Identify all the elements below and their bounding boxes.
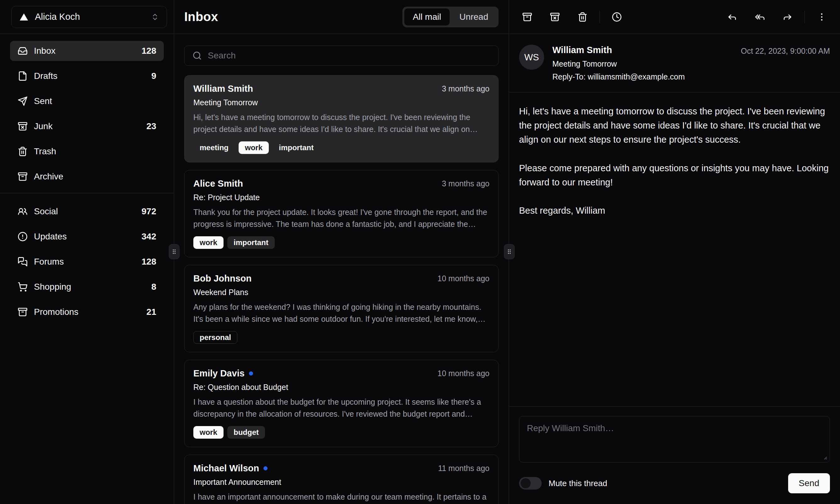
email-tag-badge[interactable]: work — [239, 141, 269, 154]
email-list-item[interactable]: Bob Johnson 10 months ago Weekend Plans … — [184, 265, 498, 352]
forward-button[interactable] — [778, 7, 797, 26]
account-name: Alicia Koch — [35, 12, 80, 22]
mail-filter-tabs: All mail Unread — [402, 6, 498, 27]
grip-dots-icon — [506, 248, 513, 255]
email-list-item[interactable]: William Smith 3 months ago Meeting Tomor… — [184, 75, 498, 162]
email-subject: Re: Project Update — [193, 193, 489, 202]
sidebar-item-shopping[interactable]: Shopping 8 — [10, 277, 164, 297]
toolbar-separator — [804, 11, 805, 23]
triangle-logo-icon — [19, 12, 29, 22]
tab-unread[interactable]: Unread — [451, 8, 497, 25]
email-subject: Re: Question about Budget — [193, 383, 489, 392]
page-title: Inbox — [184, 10, 218, 24]
archive-icon — [522, 12, 532, 22]
email-subject: Important Announcement — [193, 478, 489, 487]
search-icon — [192, 51, 202, 60]
detail-toolbar — [509, 0, 840, 34]
clock-icon — [612, 12, 622, 22]
reply-all-icon — [755, 12, 765, 22]
sidebar-item-archive[interactable]: Archive — [10, 166, 164, 187]
email-snippet: Any plans for the weekend? I was thinkin… — [193, 301, 489, 325]
email-tag-badge[interactable]: work — [193, 426, 224, 439]
reply-textarea[interactable] — [519, 416, 830, 463]
mail-subject: Meeting Tomorrow — [552, 59, 685, 69]
reply-section: Mute this thread Send — [509, 406, 840, 504]
sidebar-header: Alicia Koch — [0, 0, 174, 34]
email-tag-badge[interactable]: important — [227, 236, 275, 249]
textarea-resize-handle[interactable] — [822, 455, 827, 460]
sidebar-item-inbox[interactable]: Inbox 128 — [10, 41, 164, 61]
trash-icon — [578, 12, 588, 22]
email-list-item[interactable]: Alice Smith 3 months ago Re: Project Upd… — [184, 170, 498, 257]
send-button[interactable]: Send — [788, 473, 830, 493]
unread-dot — [263, 466, 267, 470]
email-tag-badge[interactable]: personal — [193, 331, 237, 344]
sidebar: Alicia Koch Inbox 128 Drafts 9 Sent Junk… — [0, 0, 174, 504]
messages-icon — [18, 257, 28, 267]
chevrons-up-down-icon — [151, 13, 159, 21]
grip-dots-icon — [171, 248, 178, 255]
move-to-junk-button[interactable] — [545, 7, 564, 26]
mute-thread-label: Mute this thread — [548, 479, 607, 488]
pane-resize-handle[interactable] — [504, 244, 514, 259]
mail-body-paragraph: Please come prepared with any questions … — [519, 161, 830, 190]
email-snippet: I have a question about the budget for t… — [193, 396, 489, 420]
archive-icon — [18, 307, 28, 317]
sidebar-item-forums[interactable]: Forums 128 — [10, 252, 164, 272]
sidebar-nav-primary: Inbox 128 Drafts 9 Sent Junk 23 Trash Ar… — [0, 34, 174, 193]
sidebar-item-promotions[interactable]: Promotions 21 — [10, 302, 164, 322]
reply-button[interactable] — [723, 7, 741, 26]
email-snippet: I have an important announcement to make… — [193, 491, 489, 504]
sidebar-item-junk[interactable]: Junk 23 — [10, 116, 164, 137]
email-date: 11 months ago — [438, 464, 489, 473]
alert-circle-icon — [18, 232, 28, 241]
email-date: 3 months ago — [442, 179, 490, 188]
mail-body: Hi, let's have a meeting tomorrow to dis… — [509, 92, 840, 406]
mail-date: Oct 22, 2023, 9:00:00 AM — [741, 44, 830, 56]
search-row — [174, 34, 509, 75]
account-switcher[interactable]: Alicia Koch — [11, 6, 167, 28]
sidebar-item-updates[interactable]: Updates 342 — [10, 227, 164, 247]
email-list-item[interactable]: Michael Wilson 11 months ago Important A… — [184, 455, 498, 504]
email-sender: William Smith — [193, 84, 253, 94]
email-date: 10 months ago — [438, 274, 489, 283]
sidebar-item-social[interactable]: Social 972 — [10, 201, 164, 221]
email-list-item[interactable]: Emily Davis 10 months ago Re: Question a… — [184, 360, 498, 447]
reply-all-button[interactable] — [750, 7, 769, 26]
mail-reply-to: Reply-To: williamsmith@example.com — [552, 72, 685, 82]
email-list: William Smith 3 months ago Meeting Tomor… — [174, 75, 509, 504]
archive-x-icon — [18, 121, 28, 131]
shopping-cart-icon — [18, 282, 28, 292]
sidebar-item-drafts[interactable]: Drafts 9 — [10, 66, 164, 86]
search-input[interactable] — [184, 46, 498, 66]
email-snippet: Thank you for the project update. It loo… — [193, 206, 489, 230]
email-tags: workbudget — [193, 426, 489, 439]
email-snippet: Hi, let's have a meeting tomorrow to dis… — [193, 111, 489, 135]
mail-list-pane: Inbox All mail Unread William Smith 3 mo… — [174, 0, 509, 504]
email-tag-badge[interactable]: work — [193, 236, 224, 249]
email-tag-badge[interactable]: meeting — [193, 141, 235, 154]
email-sender: Emily Davis — [193, 368, 245, 379]
email-tag-badge[interactable]: budget — [227, 426, 265, 439]
archive-button[interactable] — [518, 7, 537, 26]
users-icon — [18, 206, 28, 216]
mute-thread-toggle[interactable] — [519, 477, 542, 489]
email-date: 10 months ago — [438, 369, 489, 378]
trash-icon — [18, 146, 28, 157]
tab-all-mail[interactable]: All mail — [404, 8, 450, 25]
sidebar-item-sent[interactable]: Sent — [10, 91, 164, 111]
more-options-button[interactable] — [812, 7, 831, 26]
file-icon — [18, 71, 28, 81]
sidebar-item-trash[interactable]: Trash — [10, 141, 164, 162]
inbox-icon — [18, 46, 28, 56]
email-tag-badge[interactable]: important — [273, 141, 320, 154]
snooze-button[interactable] — [607, 7, 626, 26]
forward-icon — [783, 12, 792, 22]
toolbar-separator — [599, 11, 600, 23]
move-to-trash-button[interactable] — [573, 7, 592, 26]
email-sender: Michael Wilson — [193, 463, 259, 473]
more-vertical-icon — [817, 12, 827, 22]
mail-detail-pane: WS William Smith Meeting Tomorrow Reply-… — [509, 0, 840, 504]
email-tags: workimportant — [193, 236, 489, 249]
pane-resize-handle[interactable] — [169, 244, 179, 259]
